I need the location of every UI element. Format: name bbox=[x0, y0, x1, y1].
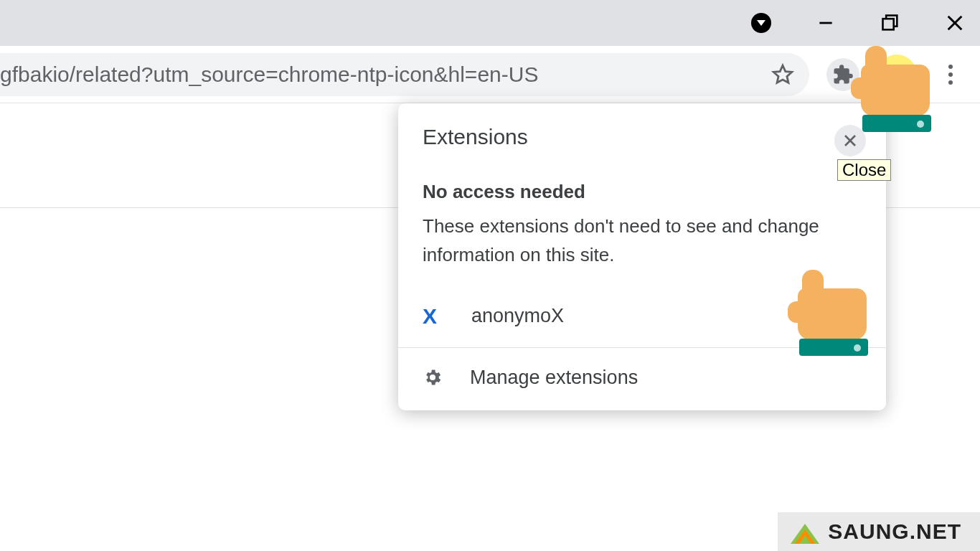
browser-toolbar: gfbakio/related?utm_source=chrome-ntp-ic… bbox=[0, 46, 980, 103]
extension-row[interactable]: X anonymoX bbox=[398, 284, 886, 347]
address-bar[interactable]: gfbakio/related?utm_source=chrome-ntp-ic… bbox=[0, 53, 809, 96]
minimize-button[interactable] bbox=[815, 12, 837, 34]
popover-title: Extensions bbox=[423, 125, 528, 149]
window-titlebar bbox=[0, 0, 980, 46]
toolbar-actions bbox=[809, 55, 980, 95]
manage-extensions-label: Manage extensions bbox=[470, 367, 638, 389]
extension-more-button[interactable] bbox=[846, 307, 860, 325]
window-close-button[interactable] bbox=[944, 12, 966, 34]
pinned-extension-highlight[interactable] bbox=[877, 55, 917, 95]
address-bar-text: gfbakio/related?utm_source=chrome-ntp-ic… bbox=[0, 62, 538, 87]
extensions-popover: Extensions Close No access needed These … bbox=[398, 103, 886, 410]
maximize-button[interactable] bbox=[880, 12, 901, 34]
extensions-button[interactable] bbox=[826, 58, 859, 91]
close-tooltip: Close bbox=[837, 159, 891, 181]
close-icon bbox=[842, 132, 859, 149]
page-surface: Extensions Close No access needed These … bbox=[0, 103, 980, 551]
no-access-heading: No access needed bbox=[423, 181, 862, 203]
bookmark-star-icon[interactable] bbox=[771, 62, 795, 87]
extension-icon: X bbox=[423, 304, 444, 329]
watermark-text: SAUNG.NET bbox=[828, 519, 961, 544]
watermark: SAUNG.NET bbox=[778, 512, 980, 551]
chrome-menu-button[interactable] bbox=[934, 58, 967, 91]
watermark-logo-icon bbox=[791, 519, 819, 544]
pushpin-icon bbox=[886, 64, 908, 85]
pin-extension-button[interactable] bbox=[807, 307, 826, 326]
extension-name: anonymoX bbox=[471, 305, 807, 327]
pushpin-icon bbox=[807, 307, 826, 326]
no-access-desc: These extensions don't need to see and c… bbox=[423, 212, 862, 270]
gear-icon bbox=[423, 367, 443, 387]
more-vert-icon bbox=[948, 65, 953, 85]
svg-rect-2 bbox=[883, 19, 894, 29]
manage-extensions-row[interactable]: Manage extensions bbox=[398, 348, 886, 410]
popover-close-button[interactable]: Close bbox=[834, 125, 866, 156]
account-dropdown-icon[interactable] bbox=[750, 12, 772, 34]
